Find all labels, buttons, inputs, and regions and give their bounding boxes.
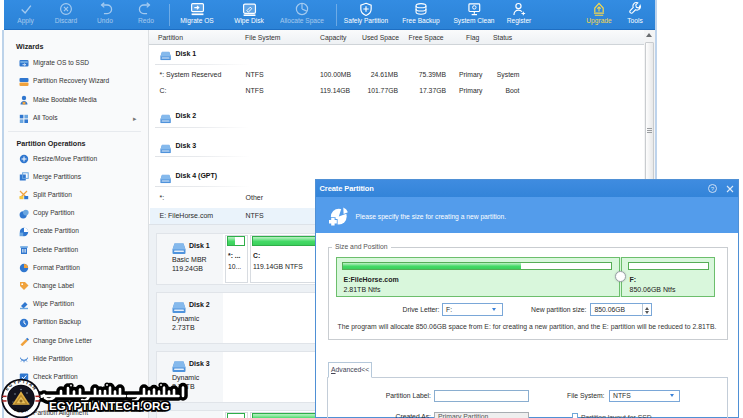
svg-text:?: ? xyxy=(711,186,715,192)
svg-text:EGYPTIANTECH.ORG: EGYPTIANTECH.ORG xyxy=(49,399,169,412)
